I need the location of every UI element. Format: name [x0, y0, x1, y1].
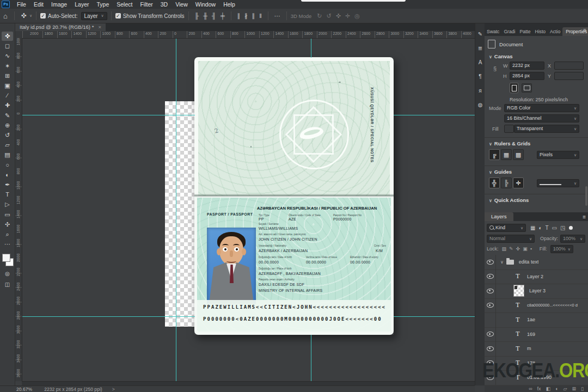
filter-adjustment-layers-icon[interactable]: ◐ — [538, 225, 542, 231]
toggle-guides-button[interactable]: ╬ — [489, 177, 500, 188]
fill-dropdown[interactable]: Transparent∨ — [514, 125, 579, 133]
spot-healing-tool[interactable]: ✚ — [2, 101, 13, 110]
paragraph-panel-icon[interactable]: ¶ — [476, 73, 484, 81]
toggle-grid-button[interactable]: ▦ — [501, 149, 512, 160]
guides-section-header[interactable]: ∨Guides — [489, 169, 512, 175]
fill-swatch[interactable] — [504, 125, 514, 133]
toggle-snap-button[interactable]: ▩ — [513, 149, 524, 160]
blend-mode-dropdown[interactable]: Normal∨ — [487, 235, 535, 243]
visibility-toggle[interactable] — [485, 298, 496, 313]
distribute-0-icon[interactable]: ∥ — [237, 13, 241, 19]
menu-view[interactable]: View — [171, 1, 192, 8]
filter-shape-layers-icon[interactable]: ▭ — [552, 225, 557, 231]
history-brush-tool[interactable]: ↺ — [2, 131, 13, 140]
distribute-2-icon[interactable]: ∥ — [252, 13, 255, 19]
horizontal-guide-2-left[interactable] — [22, 316, 195, 317]
threed-2-icon[interactable]: ✜ — [336, 13, 341, 19]
guide-style-dropdown[interactable]: ∨ — [537, 179, 579, 187]
layer-row[interactable]: Layer 3 — [485, 284, 588, 299]
portrait-orientation-button[interactable] — [510, 83, 518, 93]
glyphs-panel-icon[interactable]: я — [476, 87, 484, 95]
quick-mask-icon[interactable]: ◎ — [2, 269, 13, 278]
adjustments-panel-icon[interactable]: ≣ — [476, 45, 484, 52]
foreground-color-swatch[interactable] — [2, 254, 10, 262]
lasso-tool[interactable]: ∿ — [2, 51, 13, 60]
object-selection-tool[interactable]: ✶ — [2, 62, 13, 71]
filter-type-layers-icon[interactable]: T — [546, 225, 549, 231]
align-1-icon[interactable]: ╫ — [203, 13, 207, 19]
toggle-rulers-button[interactable]: ╔ — [489, 149, 500, 160]
vertical-guide-1[interactable] — [176, 38, 176, 381]
tool-preset-chevron-icon[interactable]: ∨ — [29, 14, 32, 18]
lock-pixels-icon[interactable]: ✎ — [509, 246, 513, 252]
threed-3-icon[interactable]: ✛ — [345, 13, 350, 19]
visibility-toggle[interactable] — [485, 313, 496, 327]
vertical-guide-2-top[interactable] — [311, 38, 311, 58]
rectangle-tool[interactable]: ▭ — [2, 210, 13, 219]
close-icon[interactable]: × — [98, 23, 101, 31]
properties-scrollbar[interactable] — [585, 186, 587, 206]
crop-tool[interactable]: ⊞ — [2, 71, 13, 81]
align-3-icon[interactable]: ╪ — [220, 13, 225, 19]
visibility-toggle[interactable] — [485, 284, 496, 298]
brush-settings-panel-icon[interactable]: ✎ — [476, 30, 484, 38]
menu-image[interactable]: Image — [47, 1, 71, 8]
visibility-toggle[interactable] — [485, 356, 496, 371]
screen-mode-icon[interactable]: ◫ — [2, 280, 13, 289]
visibility-toggle[interactable] — [485, 370, 496, 385]
horizontal-guide-2-right[interactable] — [394, 316, 475, 317]
menu-filter[interactable]: Filter — [136, 1, 156, 8]
pen-tool[interactable]: ✒ — [2, 180, 13, 189]
move-tool-icon[interactable]: ✜ — [21, 12, 27, 20]
threed-4-icon[interactable]: ◎ — [354, 13, 360, 19]
layer-row[interactable]: T169 — [485, 327, 588, 342]
align-2-icon[interactable]: ╢ — [212, 13, 216, 19]
menu-layer[interactable]: Layer — [71, 1, 93, 8]
auto-select-checkbox[interactable]: ✓ — [40, 13, 46, 19]
tab-actio[interactable]: Actio — [548, 27, 562, 36]
toggle-smart-guides-button[interactable]: ╠ — [501, 177, 512, 188]
tab-swatc[interactable]: Swatc — [485, 27, 501, 36]
layer-effects-icon[interactable]: fx — [537, 385, 541, 392]
tab-gradi[interactable]: Gradi — [501, 27, 517, 36]
opacity-input[interactable]: 100%∨ — [560, 235, 585, 243]
link-layers-icon[interactable]: ∞ — [529, 385, 532, 392]
filter-smart-objects-icon[interactable]: ◳ — [560, 225, 565, 231]
tab-patte[interactable]: Patte — [517, 27, 532, 36]
layer-row[interactable]: T1ae — [485, 313, 588, 328]
brush-tool[interactable]: ✎ — [2, 111, 13, 120]
frame-tool[interactable]: ▣ — [2, 81, 13, 90]
type-tool[interactable]: T — [2, 190, 13, 199]
new-group-icon[interactable]: ▱ — [564, 385, 567, 392]
horizontal-ruler[interactable]: 2000180016001400120010008006004002000200… — [22, 31, 475, 39]
rulers-grids-section-header[interactable]: ∨Rulers & Grids — [489, 140, 530, 146]
panel-menu-icon[interactable]: ≡ — [583, 27, 586, 33]
quick-actions-section-header[interactable]: ∨Quick Actions — [489, 197, 529, 203]
layer-row[interactable]: TLayer 2 — [485, 270, 588, 285]
canvas-viewport[interactable]: XÜSUSİ QEYDLƏR / SPECIAL NOTES 2 PASPORT… — [22, 38, 475, 381]
photoshop-logo-icon[interactable]: Ps — [2, 1, 10, 8]
menu-window[interactable]: Window — [192, 1, 219, 8]
menu-type[interactable]: Type — [93, 1, 113, 8]
marquee-tool[interactable]: ◻ — [2, 41, 13, 51]
menu-3d[interactable]: 3D — [157, 1, 171, 8]
zoom-level[interactable]: 20.67% — [16, 387, 32, 392]
dodge-tool[interactable]: ◐ — [2, 170, 13, 180]
layer-row[interactable]: Tc8a0000000...<<<<<<<<0 d — [485, 298, 588, 314]
ruler-corner[interactable] — [15, 31, 22, 39]
menu-select[interactable]: Select — [113, 1, 136, 8]
canvas-section-header[interactable]: ∨Canvas — [489, 53, 513, 59]
lock-artboard-icon[interactable]: ▣ — [523, 246, 528, 252]
tab-histo[interactable]: Histo — [533, 27, 548, 36]
path-selection-tool[interactable]: ▷ — [2, 200, 13, 209]
units-dropdown[interactable]: Pixels∨ — [537, 151, 579, 159]
horizontal-guide-1-right[interactable] — [394, 115, 475, 115]
home-icon[interactable]: ⌂ — [3, 12, 8, 20]
bit-depth-dropdown[interactable]: 16 Bits/Channel∨ — [504, 114, 579, 122]
landscape-orientation-button[interactable] — [522, 83, 532, 93]
visibility-toggle[interactable] — [485, 270, 496, 284]
show-transform-checkbox[interactable]: ✓ — [115, 13, 121, 19]
eyedropper-tool[interactable]: ∕ — [2, 91, 13, 100]
align-0-icon[interactable]: ╟ — [195, 13, 199, 19]
vertical-ruler[interactable]: 1000800600400200020040060080010001200140… — [15, 38, 22, 381]
